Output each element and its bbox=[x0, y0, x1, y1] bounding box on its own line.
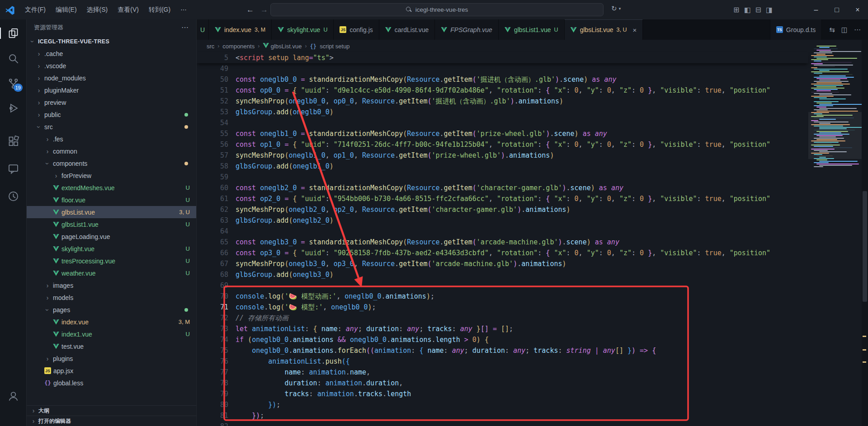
close-button[interactable]: × bbox=[847, 0, 868, 19]
tab-skylight.vue[interactable]: skylight.vueU bbox=[272, 19, 334, 40]
explorer-icon[interactable] bbox=[7, 27, 19, 39]
code-line-70[interactable]: 70console.log('🍉 模型动画:', oneglb0_0.anima… bbox=[197, 291, 868, 302]
tree-item-.cache[interactable]: ›.cache bbox=[27, 47, 196, 60]
panel-left-icon[interactable]: ◧ bbox=[744, 5, 750, 14]
tree-item-images[interactable]: ›images bbox=[27, 279, 196, 291]
layout-grid-icon[interactable]: ⊞ bbox=[733, 5, 739, 14]
tree-item-glbsList1.vue[interactable]: glbsList1.vueU bbox=[27, 218, 196, 230]
tree-item-components[interactable]: ›components bbox=[27, 157, 196, 169]
tab-FPSGraph.vue[interactable]: FPSGraph.vue bbox=[435, 19, 499, 40]
chat-icon[interactable] bbox=[7, 163, 19, 175]
tree-item-app.jsx[interactable]: JSapp.jsx bbox=[27, 365, 196, 377]
source-control-icon[interactable]: 19 bbox=[7, 77, 19, 89]
code-line-54[interactable]: 54 bbox=[197, 117, 868, 128]
tree-item-pages[interactable]: ›pages bbox=[27, 304, 196, 316]
timeline-icon[interactable] bbox=[7, 190, 19, 202]
code-line-66[interactable]: 66const op3_0 = { "uuid": "90258158-7fdb… bbox=[197, 248, 868, 258]
tree-item-models[interactable]: ›models bbox=[27, 291, 196, 304]
minimap-slider[interactable] bbox=[808, 112, 862, 159]
tree-item-common[interactable]: ›common bbox=[27, 145, 196, 157]
navigate-forward-button[interactable]: → bbox=[260, 5, 268, 14]
tree-item-floor.vue[interactable]: floor.vueU bbox=[27, 194, 196, 206]
code-line-60[interactable]: 60const oneglb2_0 = standardizationMeshC… bbox=[197, 183, 868, 193]
editor-scrollbar[interactable] bbox=[862, 40, 868, 426]
tree-item-preview[interactable]: ›preview bbox=[27, 96, 196, 108]
code-line-64[interactable]: 64 bbox=[197, 226, 868, 237]
minimap[interactable] bbox=[808, 42, 862, 426]
menu-item-编辑(E)[interactable]: 编辑(E) bbox=[51, 6, 82, 13]
tree-item-plugins[interactable]: ›plugins bbox=[27, 352, 196, 365]
code-line-75[interactable]: 75 oneglb0_0.animations.forEach((animati… bbox=[197, 345, 868, 356]
menu-item-查看(V)[interactable]: 查看(V) bbox=[113, 6, 144, 13]
tree-item-extendMeshes.vue[interactable]: extendMeshes.vueU bbox=[27, 182, 196, 194]
code-line-68[interactable]: 68glbsGroup.add(oneglb3_0) bbox=[197, 269, 868, 280]
code-line-72[interactable]: 72// 存储所有动画 bbox=[197, 313, 868, 323]
code-line-57[interactable]: 57syncMeshProp(oneglb1_0, op1_0, Resourc… bbox=[197, 150, 868, 161]
code-area[interactable]: 4950const oneglb0_0 = standardizationMes… bbox=[197, 63, 868, 426]
code-line-73[interactable]: 73let animationList: { name: any; durati… bbox=[197, 323, 868, 334]
tree-item-.vscode[interactable]: ›.vscode bbox=[27, 60, 196, 72]
breadcrumb-item-src[interactable]: src bbox=[207, 43, 214, 50]
code-line-79[interactable]: 79 tracks: animation.tracks.length bbox=[197, 389, 868, 399]
code-line-76[interactable]: 76 animationList.push({ bbox=[197, 356, 868, 367]
tree-item-.fes[interactable]: ›.fes bbox=[27, 133, 196, 145]
code-line-59[interactable]: 59 bbox=[197, 172, 868, 183]
tab-Group.d.ts[interactable]: TSGroup.d.ts bbox=[770, 19, 822, 40]
tab-glbsList.vue[interactable]: glbsList.vue3, U× bbox=[565, 19, 643, 40]
code-line-71[interactable]: 71console.log('🍉 模型:', oneglb0_0); bbox=[197, 302, 868, 313]
close-tab-icon[interactable]: × bbox=[633, 26, 637, 34]
tree-item-skylight.vue[interactable]: skylight.vueU bbox=[27, 243, 196, 255]
code-line-82[interactable]: 82 bbox=[197, 421, 868, 426]
tab-cardList.vue[interactable]: cardList.vue bbox=[379, 19, 435, 40]
code-line-63[interactable]: 63glbsGroup.add(oneglb2_0) bbox=[197, 215, 868, 226]
minimize-button[interactable]: – bbox=[806, 0, 826, 19]
compare-changes-icon[interactable]: ⇆ bbox=[829, 26, 835, 34]
tree-item-src[interactable]: ›src bbox=[27, 121, 196, 133]
tree-item-forPreview[interactable]: ›forPreview bbox=[27, 169, 196, 182]
tree-item-index.vue[interactable]: index.vue3, M bbox=[27, 316, 196, 328]
command-center-search[interactable]: icegl-three-vue-tres bbox=[270, 3, 604, 16]
panel-bottom-icon[interactable]: ⊟ bbox=[755, 5, 761, 14]
code-line-50[interactable]: 50const oneglb0_0 = standardizationMeshC… bbox=[197, 74, 868, 85]
code-line-53[interactable]: 53glbsGroup.add(oneglb0_0) bbox=[197, 107, 868, 117]
sidebar-section-打开的编辑器[interactable]: ›打开的编辑器 bbox=[27, 416, 196, 426]
search-icon[interactable] bbox=[7, 52, 19, 65]
code-line-65[interactable]: 65const oneglb3_0 = standardizationMeshC… bbox=[197, 237, 868, 248]
code-line-80[interactable]: 80 }); bbox=[197, 399, 868, 410]
code-line-51[interactable]: 51const op0_0 = { "uuid": "d9e1c4cc-e50d… bbox=[197, 85, 868, 96]
code-line-62[interactable]: 62syncMeshProp(oneglb2_0, op2_0, Resourc… bbox=[197, 204, 868, 215]
tab-index.vue[interactable]: index.vue3, M bbox=[209, 19, 272, 40]
menu-item-选择(S)[interactable]: 选择(S) bbox=[82, 6, 113, 13]
tree-item-test.vue[interactable]: test.vue bbox=[27, 340, 196, 352]
code-line-49[interactable]: 49 bbox=[197, 63, 868, 74]
panel-right-icon[interactable]: ◨ bbox=[766, 5, 773, 14]
more-actions-icon[interactable]: ⋯ bbox=[854, 26, 861, 34]
code-line-55[interactable]: 55const oneglb1_0 = standardizationMeshC… bbox=[197, 128, 868, 139]
code-line-74[interactable]: 74if (oneglb0_0.animations && oneglb0_0.… bbox=[197, 334, 868, 345]
extensions-icon[interactable] bbox=[7, 135, 19, 147]
account-icon[interactable] bbox=[7, 390, 19, 402]
maximize-button[interactable]: □ bbox=[826, 0, 847, 19]
code-line-78[interactable]: 78 duration: animation.duration, bbox=[197, 378, 868, 389]
tree-item-weather.vue[interactable]: weather.vueU bbox=[27, 267, 196, 279]
code-line-5[interactable]: 5<script setup lang="ts"> bbox=[197, 52, 808, 63]
code-line-61[interactable]: 61const op2_0 = { "uuid": "954bb006-b730… bbox=[197, 193, 868, 204]
code-line-58[interactable]: 58glbsGroup.add(oneglb1_0) bbox=[197, 161, 868, 172]
tab-glbsList1.vue[interactable]: glbsList1.vueU bbox=[499, 19, 565, 40]
code-line-69[interactable]: 69 bbox=[197, 280, 868, 291]
tree-item-public[interactable]: ›public bbox=[27, 108, 196, 121]
split-editor-icon[interactable]: ◫ bbox=[841, 26, 848, 34]
menu-item-文件(F)[interactable]: 文件(F) bbox=[20, 6, 51, 13]
menu-item-转到(G)[interactable]: 转到(G) bbox=[144, 6, 175, 13]
tree-item-index1.vue[interactable]: index1.vueU bbox=[27, 328, 196, 340]
sync-dropdown-icon[interactable]: ↻ ▾ bbox=[611, 5, 621, 13]
code-line-56[interactable]: 56const op1_0 = { "uuid": "714f0251-26dc… bbox=[197, 139, 868, 150]
code-line-67[interactable]: 67syncMeshProp(oneglb3_0, op3_0, Resourc… bbox=[197, 258, 868, 269]
tree-item-tresProcessing.vue[interactable]: tresProcessing.vueU bbox=[27, 255, 196, 267]
tab-U[interactable]: U bbox=[197, 19, 209, 40]
tree-item-node_modules[interactable]: ›node_modules bbox=[27, 72, 196, 84]
code-line-81[interactable]: 81 }); bbox=[197, 410, 868, 421]
breadcrumb-item-script setup[interactable]: {} script setup bbox=[310, 43, 349, 50]
project-root-item[interactable]: › ICEGL-THREE-VUE-TRES bbox=[27, 35, 196, 47]
menu-item-⋯[interactable]: ⋯ bbox=[175, 6, 192, 13]
